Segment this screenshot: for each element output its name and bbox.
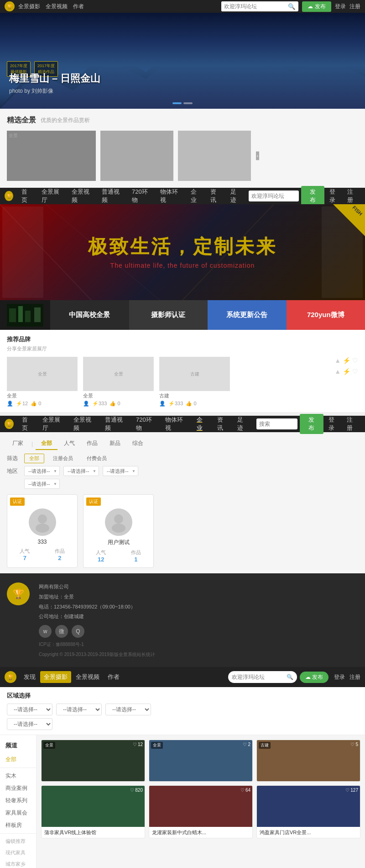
bottom-search-input[interactable] [232, 674, 287, 680]
login-link[interactable]: 登录 [335, 3, 346, 11]
region-sel-4[interactable]: --请选择-- [7, 718, 52, 730]
second-nav-news[interactable]: 资讯 [214, 414, 232, 434]
region-sel-3[interactable]: --请选择-- [105, 704, 151, 715]
brand-img-1[interactable]: 全景 [7, 357, 78, 391]
search-button[interactable]: 🔍 [285, 3, 298, 10]
main-login-link[interactable]: 登录 [327, 186, 343, 206]
main-nav-panorama-hall[interactable]: 全景展厅 [38, 186, 66, 206]
enterprise-section: 厂家 | 全部 人气 作品 新品 综合 筛选 全部 注册会员 付费会员 地区 -… [0, 432, 365, 573]
ent-badge-2: 认证 [83, 495, 153, 506]
region-select-1[interactable]: --请选择-- [24, 466, 60, 476]
ent-tab-works[interactable]: 作品 [81, 438, 103, 450]
featured-card-3[interactable] [178, 131, 251, 181]
cat-btn-photographer[interactable]: 摄影师认证 [129, 300, 208, 330]
second-nav-enterprise[interactable]: 企业 [193, 414, 211, 434]
brand-lightning-btn-1[interactable]: ⚡ [343, 357, 350, 364]
hero-dot-2[interactable] [183, 102, 193, 104]
ent-stat-pop-1: 人气 7 [20, 548, 30, 561]
card-type-1: 全景 [43, 742, 55, 749]
second-publish-btn[interactable]: 发布 [300, 414, 323, 434]
filter-registered[interactable]: 注册会员 [48, 454, 78, 463]
second-nav-normal-video[interactable]: 普通视频 [101, 414, 130, 434]
main-search-input[interactable] [249, 193, 299, 199]
channel-model-room[interactable]: 样板房 [0, 819, 36, 831]
channel-furniture-show[interactable]: 家具展会 [0, 807, 36, 819]
brand-up-btn-2[interactable]: ▲ [334, 368, 341, 375]
footer-copyright: Copyright © 2019-2013-2019-2019新版全景系统站长统… [39, 651, 155, 658]
brand-like-btn-1[interactable]: ♡ [352, 357, 358, 364]
main-nav-panorama-video[interactable]: 全景视频 [68, 186, 96, 206]
ent-tab-new[interactable]: 新品 [104, 438, 126, 450]
cat-btn-weibo[interactable]: 720yun微博 [287, 300, 365, 330]
channel-all[interactable]: 全部 [0, 753, 36, 766]
channel-sub-2[interactable]: 现代家具 [0, 847, 36, 858]
bottom-nav-pano-video[interactable]: 全景视频 [72, 671, 103, 683]
channel-business[interactable]: 商业案例 [0, 782, 36, 794]
ent-tab-popular[interactable]: 人气 [58, 438, 80, 450]
search-input[interactable] [221, 1, 285, 11]
brand-like-btn-2[interactable]: ♡ [352, 368, 358, 375]
cat-img-left [0, 300, 50, 330]
second-nav-home[interactable]: 首页 [18, 414, 36, 434]
card-arrow-btn[interactable]: › [256, 152, 259, 160]
second-nav-720[interactable]: 720环物 [132, 414, 159, 434]
hero-dot-1[interactable] [172, 102, 182, 104]
channel-sub-3[interactable]: 城市家乡 [0, 858, 36, 868]
featured-main-card[interactable]: 全景 [7, 131, 96, 181]
filter-all[interactable]: 全部 [24, 454, 44, 463]
social-icon-1[interactable]: w [39, 625, 52, 638]
channel-luxury[interactable]: 轻奢系列 [0, 794, 36, 807]
brand-img-2[interactable]: 全景 [83, 357, 154, 391]
second-register-link[interactable]: 注册 [344, 414, 360, 434]
brand-img-3[interactable]: 古建 [159, 357, 230, 391]
brand-user-2: 👤 [83, 401, 89, 407]
bottom-nav-pano-photo[interactable]: 全景摄影 [40, 671, 71, 683]
second-nav-hall[interactable]: 全景展厅 [39, 414, 68, 434]
second-nav-footprint[interactable]: 足迹 [234, 414, 252, 434]
region-sel-1[interactable]: --请选择-- [7, 704, 52, 715]
bottom-search-box: 🔍 [228, 671, 297, 683]
brand-lightning-btn-2[interactable]: ⚡ [343, 368, 350, 375]
region-sel-2[interactable]: --请选择-- [56, 704, 102, 715]
second-nav-pano-video[interactable]: 全景视频 [70, 414, 99, 434]
region-select-3[interactable]: --请选择-- [103, 466, 138, 476]
main-nav-720-object[interactable]: 720环物 [128, 186, 154, 206]
nav-panorama-video[interactable]: 全景视频 [46, 3, 68, 11]
bottom-login-link[interactable]: 登录 [334, 673, 345, 681]
ent-tab-factory[interactable]: 厂家 [7, 438, 29, 450]
main-nav-news[interactable]: 资讯 [207, 186, 224, 206]
register-link[interactable]: 注册 [349, 3, 360, 11]
ent-tab-all[interactable]: 全部 [36, 438, 57, 450]
region-select-2[interactable]: --请选择-- [63, 466, 99, 476]
second-search-input[interactable] [256, 421, 297, 427]
region-select-4[interactable]: --请选择-- [24, 479, 60, 489]
nav-author[interactable]: 作者 [73, 3, 84, 11]
main-nav-normal-video[interactable]: 普通视频 [98, 186, 126, 206]
second-nav-object[interactable]: 物体环视 [162, 414, 190, 434]
featured-card-2[interactable] [100, 131, 173, 181]
brand-up-btn-1[interactable]: ▲ [334, 357, 341, 364]
main-nav-object-view[interactable]: 物体环视 [156, 186, 184, 206]
bottom-nav-discover[interactable]: 发现 [20, 671, 39, 683]
second-login-link[interactable]: 登录 [326, 414, 342, 434]
brand-stats-3: 👤 ⚡333 👍 0 [159, 401, 230, 407]
svg-rect-10 [2, 206, 43, 298]
main-publish-btn[interactable]: 发布 [301, 186, 324, 206]
main-nav-footprint[interactable]: 足迹 [227, 186, 245, 206]
nav-panorama-photo[interactable]: 全景摄影 [18, 3, 40, 11]
channel-sub-1[interactable]: 偏锁推荐 [0, 836, 36, 847]
main-nav-home[interactable]: 首页 [18, 186, 36, 206]
social-icon-2[interactable]: 微 [55, 625, 68, 638]
channel-solid-wood[interactable]: 实木 [0, 770, 36, 782]
bottom-nav-author[interactable]: 作者 [104, 671, 123, 683]
main-nav-enterprise[interactable]: 企业 [187, 186, 205, 206]
main-register-link[interactable]: 注册 [344, 186, 360, 206]
publish-button[interactable]: ☁ 发布 [302, 1, 331, 12]
social-icon-3[interactable]: Q [72, 625, 84, 638]
filter-paid[interactable]: 付费会员 [82, 454, 112, 463]
ent-tab-composite[interactable]: 综合 [127, 438, 149, 450]
bottom-publish-btn[interactable]: ☁ 发布 [300, 672, 328, 683]
cat-btn-update[interactable]: 系统更新公告 [208, 300, 287, 330]
cat-btn-college[interactable]: 中国高校全景 [50, 300, 129, 330]
bottom-register-link[interactable]: 注册 [349, 673, 360, 681]
